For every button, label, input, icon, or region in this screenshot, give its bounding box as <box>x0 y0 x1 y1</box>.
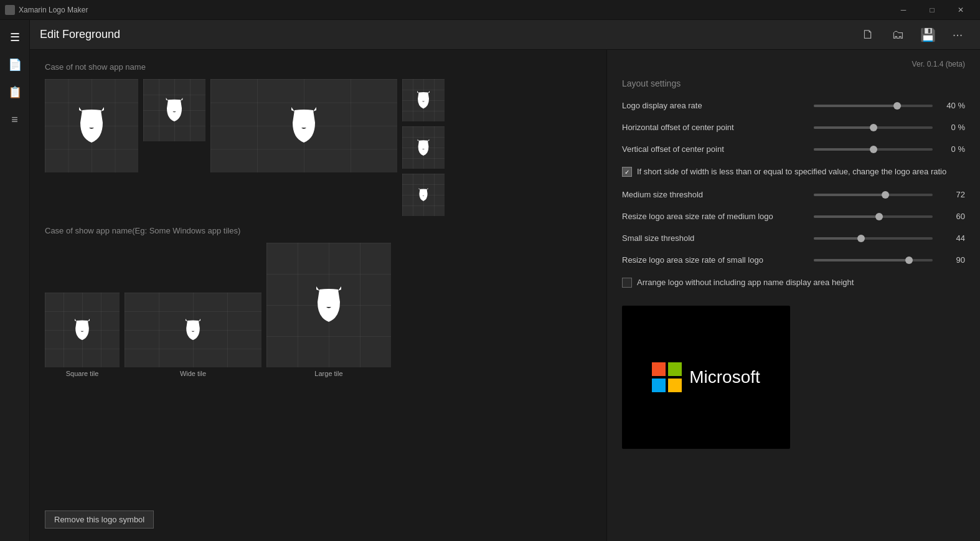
small-preview-tile-2 <box>402 126 445 169</box>
no-app-name-tiles <box>45 79 591 216</box>
resize-small-rate-label: Resize logo area size rate of small logo <box>622 255 809 265</box>
logo-display-area-rate-track[interactable] <box>814 105 933 107</box>
small-preview-tile-1 <box>402 79 445 121</box>
resize-medium-rate-thumb[interactable] <box>875 213 883 220</box>
left-panel: Case of not show app name <box>30 50 606 541</box>
vertical-offset-fill <box>814 148 874 151</box>
cat-icon-small-2 <box>415 138 432 158</box>
app-name-height-checkbox-row[interactable]: Arrange logo without including app name … <box>622 277 965 288</box>
small-threshold-row: Small size threshold 44 <box>622 233 965 243</box>
sidebar-new-doc-button[interactable]: 📄 <box>2 52 27 77</box>
short-side-checkbox-row[interactable]: ✓ If short side of width is less than or… <box>622 166 965 177</box>
close-button[interactable]: ✕ <box>946 0 975 20</box>
large-preview-tile <box>45 79 138 172</box>
sidebar-open-doc-button[interactable]: 📋 <box>2 80 27 105</box>
ms-logo: Microsoft <box>652 362 760 392</box>
short-side-checkbox[interactable]: ✓ <box>622 167 632 177</box>
medium-threshold-thumb[interactable] <box>882 191 889 199</box>
vertical-offset-row: Vertical offset of center point 0 % <box>622 144 965 154</box>
large-tile-label: Large tile <box>314 370 342 377</box>
main-content: Case of not show app name <box>30 50 980 541</box>
cat-icon-large <box>73 104 110 148</box>
medium-preview-tile <box>143 79 205 141</box>
horizontal-offset-track[interactable] <box>814 126 933 129</box>
horizontal-offset-label: Horizontal offset of center point <box>622 123 809 132</box>
remove-section: Remove this logo symbol <box>45 488 591 529</box>
remove-logo-button[interactable]: Remove this logo symbol <box>45 510 154 529</box>
app-name-height-checkbox[interactable] <box>622 278 632 288</box>
logo-display-area-rate-fill <box>814 105 897 107</box>
app-layout: ☰ 📄 📋 ≡ Edit Foreground 🗋 🗂 💾 ··· Case o… <box>0 20 980 541</box>
with-app-name-section: Case of show app name(Eg: Some Windows a… <box>45 226 591 377</box>
logo-display-area-rate-value: 40 % <box>938 101 965 110</box>
horizontal-offset-row: Horizontal offset of center point 0 % <box>622 123 965 132</box>
cat-icon-small-1 <box>414 89 433 111</box>
ms-red-cell <box>652 362 666 376</box>
horizontal-offset-value: 0 % <box>938 123 965 132</box>
ms-green-cell <box>668 362 682 376</box>
with-app-name-tiles: Square tile Wide tile <box>45 243 591 377</box>
maximize-button[interactable]: □ <box>918 0 946 20</box>
wide-preview-tile <box>210 79 397 172</box>
window-controls: ─ □ ✕ <box>889 0 975 20</box>
titlebar: Xamarin Logo Maker ─ □ ✕ <box>0 0 980 20</box>
cat-icon-wide <box>285 104 323 148</box>
horizontal-offset-thumb[interactable] <box>870 124 877 131</box>
vertical-offset-track[interactable] <box>814 148 933 151</box>
checkmark-icon: ✓ <box>624 169 629 176</box>
header-actions: 🗋 🗂 💾 ··· <box>855 22 970 47</box>
tiny-preview-tile <box>402 174 445 216</box>
sidebar-menu-button[interactable]: ☰ <box>2 25 27 50</box>
resize-medium-rate-fill <box>814 215 879 218</box>
medium-threshold-row: Medium size threshold 72 <box>622 190 965 199</box>
resize-small-rate-thumb[interactable] <box>905 256 913 264</box>
resize-small-rate-value: 90 <box>938 255 965 265</box>
ms-yellow-cell <box>668 379 682 392</box>
resize-small-rate-row: Resize logo area size rate of small logo… <box>622 255 965 265</box>
square-named-tile <box>45 293 120 367</box>
medium-threshold-track[interactable] <box>814 194 933 196</box>
small-threshold-label: Small size threshold <box>622 233 809 243</box>
app-name-height-checkbox-label: Arrange logo without including app name … <box>637 277 854 288</box>
resize-small-rate-track[interactable] <box>814 259 933 261</box>
logo-display-area-rate-row: Logo display area rate 40 % <box>622 101 965 110</box>
minimize-button[interactable]: ─ <box>889 0 918 20</box>
ms-logo-text: Microsoft <box>689 367 760 387</box>
sidebar-list-button[interactable]: ≡ <box>2 107 27 132</box>
small-threshold-fill <box>814 237 861 240</box>
resize-medium-rate-row: Resize logo area size rate of medium log… <box>622 212 965 221</box>
microsoft-logo-preview: Microsoft <box>622 306 790 449</box>
resize-medium-rate-track[interactable] <box>814 215 933 218</box>
logo-display-area-rate-thumb[interactable] <box>893 102 901 110</box>
vertical-offset-label: Vertical offset of center point <box>622 144 809 154</box>
new-file-button[interactable]: 🗋 <box>855 22 880 47</box>
small-threshold-track[interactable] <box>814 237 933 240</box>
square-tile-wrapper: Square tile <box>45 293 120 377</box>
wide-tile-wrapper: Wide tile <box>125 293 261 377</box>
no-app-name-title: Case of not show app name <box>45 62 591 72</box>
medium-threshold-value: 72 <box>938 190 965 199</box>
cat-icon-wide-named <box>182 317 204 343</box>
square-tile-label: Square tile <box>66 370 99 377</box>
vertical-offset-thumb[interactable] <box>870 146 877 153</box>
vertical-offset-value: 0 % <box>938 144 965 154</box>
with-app-name-title: Case of show app name(Eg: Some Windows a… <box>45 226 591 235</box>
small-threshold-thumb[interactable] <box>857 235 865 242</box>
wide-named-tile <box>125 293 261 367</box>
cat-icon-medium <box>162 95 187 125</box>
large-tile-wrapper: Large tile <box>266 243 391 377</box>
ms-logo-grid <box>652 362 682 392</box>
wide-tile-label: Wide tile <box>180 370 206 377</box>
more-button[interactable]: ··· <box>945 22 970 47</box>
cat-icon-tiny <box>417 187 430 203</box>
open-file-button[interactable]: 🗂 <box>885 22 910 47</box>
icon-sidebar: ☰ 📄 📋 ≡ <box>0 20 30 541</box>
save-button[interactable]: 💾 <box>915 22 940 47</box>
resize-medium-rate-label: Resize logo area size rate of medium log… <box>622 212 809 221</box>
app-icon <box>5 5 15 15</box>
medium-threshold-label: Medium size threshold <box>622 190 809 199</box>
app-name: Xamarin Logo Maker <box>19 6 889 14</box>
cat-icon-square-named <box>71 317 93 343</box>
medium-threshold-fill <box>814 194 885 196</box>
right-panel: Ver. 0.1.4 (beta) Layout settings Logo d… <box>606 50 980 541</box>
